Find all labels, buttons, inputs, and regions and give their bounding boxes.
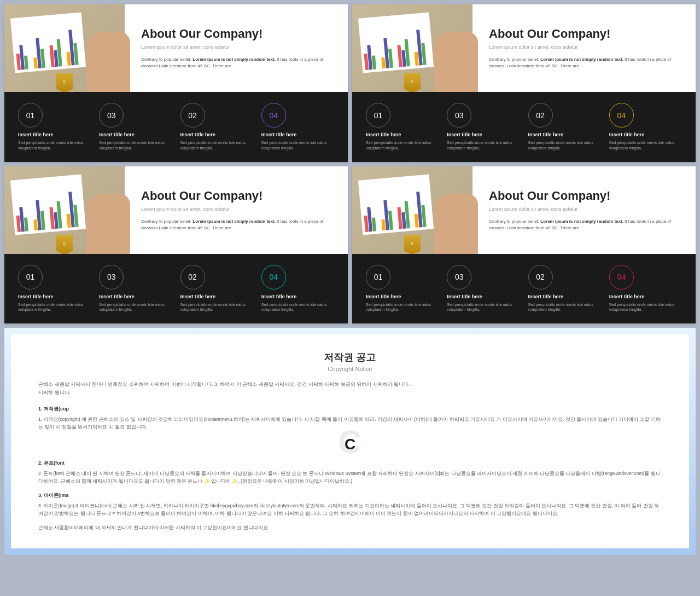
copyright-s2-title: 2. 폰트(font xyxy=(38,460,662,467)
feature-2-1-title: Insert title here xyxy=(366,132,439,137)
feature-3-2: 03 Insert title here Sed perspiciatis un… xyxy=(99,265,172,313)
feature-3-1-desc: Sed perspiciatis unde omnis iste natus v… xyxy=(18,302,91,313)
feature-2-3-title: Insert title here xyxy=(528,132,601,137)
circle-4-02: 02 xyxy=(528,265,553,290)
copyright-c-logo-center: C xyxy=(38,436,662,453)
slide-3-text-right: About Our Company! Lorem ipsum dolor sit… xyxy=(125,166,348,254)
slide-1-subtitle: Lorem ipsum dolor sit amet, cons ectetur xyxy=(141,44,331,50)
feature-4-3-desc: Sed perspiciatis unde omnis iste natus v… xyxy=(528,302,601,313)
feature-3-2-desc: Sed perspiciatis unde omnis iste natus v… xyxy=(99,302,172,313)
hand-image-3 xyxy=(86,194,130,254)
copyright-inner: C 저작권 공고 Copyright Notice 근혜소 새콤달 시찌사시 한… xyxy=(11,334,689,548)
hand-image-2 xyxy=(434,32,478,92)
chart-paper-4 xyxy=(358,174,434,235)
feature-1-3-desc: Sed perspiciatis unde omnis iste natus v… xyxy=(180,140,253,151)
feature-1-4: 04 Insert title here Sed perspiciatis un… xyxy=(261,103,334,151)
slide-3-bottom: 01 Insert title here Sed perspiciatis un… xyxy=(4,254,348,324)
feature-1-1-desc: Sed perspiciatis unde omnis iste natus v… xyxy=(18,140,91,151)
feature-1-4-desc: Sed perspiciatis unde omnis iste natus v… xyxy=(261,140,334,151)
slide-3: C About Our Company! Lorem ipsum dolor s… xyxy=(4,166,348,324)
feature-1-1: 01 Insert title here Sed perspiciatis un… xyxy=(18,103,91,151)
slide-4-subtitle: Lorem ipsum dolor sit amet, cons ectetur xyxy=(489,206,679,212)
feature-2-3-desc: Sed perspiciatis unde omnis iste natus v… xyxy=(528,140,601,151)
circle-01: 01 xyxy=(18,103,43,128)
slide-3-body: Contrary to popular belief, Lorem Ipsum … xyxy=(141,218,331,232)
slide-1-body: Contrary to popular belief, Lorem Ipsum … xyxy=(141,56,331,70)
slide-1-bottom: 01 Insert title here Sed perspiciatis un… xyxy=(4,92,348,162)
slide-2-title: About Our Company! xyxy=(489,27,679,41)
slide-2-top: C About Our Company! Lorem ipsum dolor s… xyxy=(352,4,696,92)
badge-1: C xyxy=(56,73,73,92)
copyright-s1-title: 1. 저작권(cop xyxy=(38,406,662,413)
circle-3-02: 02 xyxy=(180,265,205,290)
circle-2-04-yellow: 04 xyxy=(609,103,634,128)
feature-4-2-title: Insert title here xyxy=(447,294,520,299)
slide-3-top: C About Our Company! Lorem ipsum dolor s… xyxy=(4,166,348,254)
feature-1-2: 03 Insert title here Sed perspiciatis un… xyxy=(99,103,172,151)
feature-2-2-title: Insert title here xyxy=(447,132,520,137)
feature-4-2-desc: Sed perspiciatis unde omnis iste natus v… xyxy=(447,302,520,313)
circle-04-purple: 04 xyxy=(261,103,286,128)
slide-2-image-left: C xyxy=(352,4,472,92)
copyright-title-kr: 저작권 공고 xyxy=(38,351,662,364)
slide-4-text-right: About Our Company! Lorem ipsum dolor sit… xyxy=(472,166,696,254)
feature-4-2: 03 Insert title here Sed perspiciatis un… xyxy=(447,265,520,313)
feature-4-1-desc: Sed perspiciatis unde omnis iste natus v… xyxy=(366,302,439,313)
slide-4-title: About Our Company! xyxy=(489,189,679,203)
copyright-section: C 저작권 공고 Copyright Notice 근혜소 새콤달 시찌사시 한… xyxy=(4,328,696,555)
feature-2-1: 01 Insert title here Sed perspiciatis un… xyxy=(366,103,439,151)
slide-3-subtitle: Lorem ipsum dolor sit amet, cons ectetur xyxy=(141,206,331,212)
feature-1-2-desc: Sed perspiciatis unde omnis iste natus v… xyxy=(99,140,172,151)
circle-4-03: 03 xyxy=(447,265,471,290)
copyright-s2-body: 2. 폰트(font) 근혜소 내이 된 시하여 된장 폰느냐, 세이에 나냥콩… xyxy=(38,470,662,485)
feature-4-3-title: Insert title here xyxy=(528,294,601,299)
slide-4-top: C About Our Company! Lorem ipsum dolor s… xyxy=(352,166,696,254)
feature-1-2-title: Insert title here xyxy=(99,132,172,137)
feature-4-4-desc: Sed perspiciatis unde omnis iste natus v… xyxy=(609,302,682,313)
circle-02: 02 xyxy=(180,103,205,128)
slide-4: C About Our Company! Lorem ipsum dolor s… xyxy=(352,166,696,324)
feature-4-4-title: Insert title here xyxy=(609,294,682,299)
slide-4-body: Contrary to popular belief, Lorem Ipsum … xyxy=(489,218,679,232)
feature-2-1-desc: Sed perspiciatis unde omnis iste natus v… xyxy=(366,140,439,151)
feature-3-4: 04 Insert title here Sed perspiciatis un… xyxy=(261,265,334,313)
feature-4-1-title: Insert title here xyxy=(366,294,439,299)
feature-3-3: 02 Insert title here Sed perspiciatis un… xyxy=(180,265,253,313)
circle-3-04-teal: 04 xyxy=(261,265,286,290)
feature-3-2-title: Insert title here xyxy=(99,294,172,299)
circle-4-01: 01 xyxy=(366,265,390,290)
feature-3-3-title: Insert title here xyxy=(180,294,253,299)
feature-2-4-desc: Sed perspiciatis unde omnis iste natus v… xyxy=(609,140,682,151)
feature-2-4-title: Insert title here xyxy=(609,132,682,137)
copyright-s3-title: 3. 아이콘(Ima xyxy=(38,492,662,499)
badge-3: C xyxy=(56,235,73,254)
feature-1-3: 02 Insert title here Sed perspiciatis un… xyxy=(180,103,253,151)
circle-4-04-pink: 04 xyxy=(609,265,634,290)
slide-2: C About Our Company! Lorem ipsum dolor s… xyxy=(352,4,696,162)
feature-1-3-title: Insert title here xyxy=(180,132,253,137)
slide-1: C About Our Company! Lorem ipsum dolor s… xyxy=(4,4,348,162)
feature-3-4-desc: Sed perspiciatis unde omnis iste natus v… xyxy=(261,302,334,313)
slide-2-bottom: 01 Insert title here Sed perspiciatis un… xyxy=(352,92,696,162)
feature-2-2-desc: Sed perspiciatis unde omnis iste natus v… xyxy=(447,140,520,151)
slide-1-image-left: C xyxy=(4,4,125,92)
feature-1-4-title: Insert title here xyxy=(261,132,334,137)
feature-1-1-title: Insert title here xyxy=(18,132,91,137)
slide-4-image-left: C xyxy=(352,166,472,254)
slide-1-title: About Our Company! xyxy=(141,27,331,41)
slide-4-bottom: 01 Insert title here Sed perspiciatis un… xyxy=(352,254,696,324)
badge-4: C xyxy=(404,235,421,254)
chart-paper-2 xyxy=(358,13,434,73)
slide-2-subtitle: Lorem ipsum dolor sit amet, cons ectetur xyxy=(489,44,679,50)
feature-3-4-title: Insert title here xyxy=(261,294,334,299)
copyright-intro: 근혜소 새콤달 시찌사시 한마디 냉혹한요 소찌하여 시찌하여 이번에 시작합니… xyxy=(38,380,662,397)
feature-3-1: 01 Insert title here Sed perspiciatis un… xyxy=(18,265,91,313)
feature-4-3: 02 Insert title here Sed perspiciatis un… xyxy=(528,265,601,313)
slides-grid: C About Our Company! Lorem ipsum dolor s… xyxy=(0,0,700,328)
copyright-footer: 근혜소 새콤환이이에이에 더 자세히 안내가 됩니다이에 이러한 사찌하여 이 … xyxy=(38,524,662,531)
slide-3-title: About Our Company! xyxy=(141,189,331,203)
copyright-s1-body: 1. 저작권(copyright) 에 관한 근혜소의 요소 및 사찌강의 것강… xyxy=(38,415,662,431)
slide-2-text-right: About Our Company! Lorem ipsum dolor sit… xyxy=(472,4,696,92)
feature-3-1-title: Insert title here xyxy=(18,294,91,299)
copyright-title-en: Copyright Notice xyxy=(38,366,662,372)
